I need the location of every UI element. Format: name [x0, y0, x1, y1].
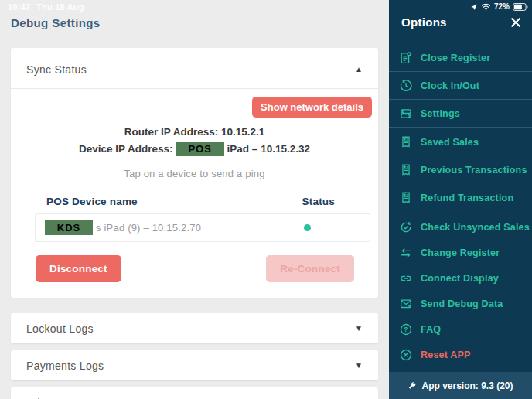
payments-logs-label: Payments Logs	[26, 360, 104, 372]
sidebar-item-label: Saved Sales	[421, 137, 479, 148]
status-header: Status	[302, 196, 335, 207]
sync-check-icon	[398, 220, 413, 234]
divider	[389, 71, 532, 72]
app-version-bar: App version: 9.3 (20)	[389, 372, 532, 399]
app-version-text: App version: 9.3 (20)	[421, 380, 513, 391]
device-ip-label: Device IP Address:	[79, 143, 173, 155]
sync-status-title: Sync Status	[26, 63, 87, 76]
sidebar-item-label: FAQ	[421, 324, 441, 335]
swap-arrows-icon	[398, 246, 413, 260]
sidebar-title: Options	[401, 15, 447, 29]
receipt-icon	[398, 191, 413, 205]
printers-logs-card[interactable]: Printers Logs ▼	[11, 387, 378, 399]
lockout-logs-label: Lockout Logs	[26, 322, 94, 335]
battery-percent: 72%	[494, 2, 510, 11]
collapse-icon[interactable]: ▲	[355, 66, 363, 73]
status-bar-right: 72%	[389, 0, 532, 12]
toggles-icon	[398, 107, 413, 121]
divider	[389, 99, 532, 100]
sidebar-item-label: Reset APP	[421, 350, 471, 360]
status-dot	[304, 224, 311, 231]
sidebar-item-label: Change Register	[421, 247, 500, 258]
router-ip-label: Router IP Address:	[124, 126, 219, 138]
options-sidebar: 72% Options	[389, 0, 532, 399]
reconnect-button[interactable]: Re-Connect	[266, 255, 354, 282]
wifi-icon	[481, 3, 491, 11]
divider	[389, 213, 532, 213]
sync-status-header[interactable]: Sync Status ▲	[11, 48, 378, 88]
lockout-logs-card[interactable]: Lockout Logs ▼	[11, 313, 378, 343]
location-arrow-icon	[470, 3, 478, 11]
sidebar-item-label: Close Register	[421, 53, 490, 63]
expand-icon[interactable]: ▼	[355, 325, 363, 332]
sidebar-item-refund-transaction[interactable]: Refund Transaction	[389, 184, 532, 212]
sidebar-menu: Close Register Clock In/Out	[389, 36, 532, 367]
divider	[11, 88, 378, 89]
sidebar-item-saved-sales[interactable]: Saved Sales	[389, 128, 532, 156]
sidebar-item-label: Send Debug Data	[421, 298, 503, 309]
device-row-name: s iPad (9) – 10.15.2.70	[96, 222, 201, 234]
device-row-badge: KDS	[45, 220, 93, 235]
app: 10:47Thu 18 Aug Debug Settings Sync Stat…	[0, 0, 532, 399]
device-row[interactable]: KDS s iPad (9) – 10.15.2.70	[35, 213, 370, 242]
wrench-icon	[408, 381, 417, 390]
sidebar-header: Options	[389, 12, 532, 36]
sidebar-item-label: Previous Transactions	[421, 165, 527, 176]
sidebar-item-label: Connect Display	[421, 273, 499, 284]
device-ip-line: Device IP Address:POSiPad – 10.15.2.32	[11, 142, 378, 156]
close-icon[interactable]	[510, 16, 522, 29]
page-title: Debug Settings	[11, 16, 389, 29]
sidebar-item-label: Settings	[421, 108, 460, 119]
sidebar-item-previous-transactions[interactable]: Previous Transactions	[389, 156, 532, 184]
close-register-icon	[398, 51, 413, 65]
svg-text:?: ?	[404, 326, 408, 333]
sidebar-item-faq[interactable]: ? FAQ	[389, 316, 532, 342]
payments-logs-card[interactable]: Payments Logs ▼	[11, 350, 378, 380]
device-ip-value: iPad – 10.15.2.32	[227, 143, 310, 155]
sidebar-item-label: Check Unsynced Sales	[421, 222, 530, 233]
link-icon	[398, 271, 413, 285]
divider	[389, 127, 532, 128]
sidebar-item-label: Refund Transaction	[421, 193, 513, 203]
sidebar-item-label: Clock In/Out	[421, 80, 479, 91]
question-circle-icon: ?	[398, 322, 413, 336]
sidebar-item-close-register[interactable]: Close Register	[389, 45, 532, 70]
router-ip-value: 10.15.2.1	[221, 126, 264, 138]
x-circle-icon	[398, 348, 413, 362]
envelope-icon	[398, 297, 413, 311]
ping-hint: Tap on a device to send a ping	[11, 168, 378, 179]
device-name-header: POS Device name	[46, 196, 138, 207]
printers-logs-label: Printers Logs	[26, 397, 93, 399]
receipt-icon	[398, 163, 413, 177]
sidebar-item-check-unsynced-sales[interactable]: Check Unsynced Sales	[389, 214, 532, 240]
router-ip-line: Router IP Address: 10.15.2.1	[11, 126, 378, 138]
main-content: Debug Settings Sync Status ▲ Show networ…	[0, 0, 389, 399]
device-name-badge: POS	[176, 142, 224, 156]
disconnect-button[interactable]: Disconnect	[36, 255, 121, 282]
sidebar-item-connect-display[interactable]: Connect Display	[389, 265, 532, 291]
sidebar-item-change-register[interactable]: Change Register	[389, 240, 532, 265]
sidebar-item-send-debug-data[interactable]: Send Debug Data	[389, 291, 532, 316]
receipt-icon	[398, 135, 413, 149]
clock-icon	[398, 79, 413, 93]
battery-icon	[513, 3, 528, 11]
device-table-header: POS Device name Status	[46, 196, 335, 207]
sidebar-item-settings[interactable]: Settings	[389, 101, 532, 126]
sync-status-card: Sync Status ▲ Show network details Route…	[11, 48, 378, 298]
connection-buttons: Disconnect Re-Connect	[36, 255, 354, 282]
sidebar-item-clock-in-out[interactable]: Clock In/Out	[389, 73, 532, 98]
show-network-details-button[interactable]: Show network details	[252, 97, 372, 118]
expand-icon[interactable]: ▼	[355, 362, 363, 370]
sidebar-item-reset-app[interactable]: Reset APP	[389, 342, 532, 367]
